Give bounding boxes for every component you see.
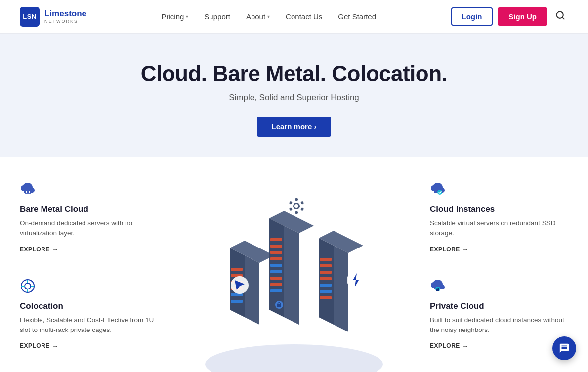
logo-sub: NETWORKS	[44, 19, 86, 24]
svg-rect-28	[270, 283, 282, 286]
logo-text: Limestone NETWORKS	[44, 9, 86, 24]
explore-arrow-icon-3: →	[462, 246, 469, 253]
svg-point-53	[347, 271, 365, 289]
svg-marker-20	[284, 226, 299, 325]
hero-title: Cloud. Bare Metal. Colocation.	[10, 61, 578, 86]
svg-line-1	[562, 17, 564, 19]
svg-marker-33	[319, 238, 334, 325]
svg-rect-16	[231, 293, 243, 296]
features-section: Bare Metal Cloud On-demand dedicated ser…	[0, 157, 588, 372]
cloud-instances-desc: Scalable virtual servers on redundant SS…	[430, 218, 568, 239]
colocation-desc: Flexible, Scalable and Cost-Effective fr…	[20, 315, 158, 335]
logo-name: Limestone	[44, 9, 86, 19]
bare-metal-cloud-desc: On-demand dedicated servers with no virt…	[20, 218, 158, 239]
svg-marker-34	[334, 246, 348, 332]
feature-cloud-instances: Cloud Instances Scalable virtual servers…	[430, 181, 568, 253]
nav-getstarted[interactable]: Get Started	[331, 8, 383, 25]
nav-support[interactable]: Support	[197, 8, 237, 25]
explore-arrow-icon-4: →	[462, 342, 469, 350]
feature-bare-metal-cloud: Bare Metal Cloud On-demand dedicated ser…	[20, 181, 158, 253]
svg-rect-12	[231, 268, 243, 271]
nav-about[interactable]: About ▾	[239, 8, 277, 25]
server-image	[190, 181, 398, 372]
features-right: Cloud Instances Scalable virtual servers…	[430, 181, 568, 372]
navbar: LSN Limestone NETWORKS Pricing ▾ Support…	[0, 0, 588, 34]
feature-colocation: Colocation Flexible, Scalable and Cost-E…	[20, 278, 158, 350]
svg-rect-26	[270, 270, 282, 273]
bare-metal-cloud-title: Bare Metal Cloud	[20, 205, 158, 214]
svg-rect-22	[270, 245, 282, 248]
search-icon	[555, 10, 565, 20]
cloud-instances-title: Cloud Instances	[430, 205, 568, 214]
about-chevron-icon: ▾	[267, 14, 270, 19]
private-cloud-desc: Built to suit dedicated cloud instances …	[430, 315, 568, 335]
svg-rect-39	[320, 284, 332, 287]
nav-links: Pricing ▾ Support About ▾ Contact Us Get…	[155, 8, 383, 25]
explore-arrow-icon-2: →	[52, 342, 59, 350]
feature-private-cloud: Private Cloud Built to suit dedicated cl…	[430, 278, 568, 350]
svg-rect-17	[231, 300, 243, 303]
svg-rect-48	[295, 211, 298, 214]
login-button[interactable]: Login	[451, 7, 493, 26]
explore-arrow-icon: →	[52, 246, 59, 253]
svg-rect-35	[320, 258, 332, 261]
server-illustration	[173, 181, 415, 372]
signup-button[interactable]: Sign Up	[498, 7, 547, 26]
learn-more-button[interactable]: Learn more ›	[257, 117, 332, 137]
bare-metal-cloud-icon	[20, 181, 158, 201]
nav-contact[interactable]: Contact Us	[279, 8, 329, 25]
hero-subtitle: Simple, Solid and Superior Hosting	[10, 93, 578, 103]
svg-rect-29	[270, 289, 282, 292]
logo-icon: LSN	[20, 7, 40, 27]
private-cloud-icon	[430, 278, 568, 297]
svg-rect-21	[270, 238, 282, 241]
logo-link[interactable]: LSN Limestone NETWORKS	[20, 7, 86, 27]
colocation-icon	[20, 278, 158, 297]
chat-icon	[559, 343, 570, 354]
svg-rect-57	[436, 289, 439, 291]
svg-rect-27	[270, 277, 282, 280]
nav-actions: Login Sign Up	[451, 7, 569, 26]
svg-point-55	[437, 190, 442, 195]
svg-rect-24	[270, 257, 282, 260]
hero-section: Cloud. Bare Metal. Colocation. Simple, S…	[0, 34, 588, 157]
svg-rect-23	[270, 251, 282, 254]
chat-widget[interactable]	[552, 336, 576, 360]
svg-rect-25	[270, 264, 282, 267]
nav-pricing[interactable]: Pricing ▾	[155, 8, 196, 25]
colocation-title: Colocation	[20, 301, 158, 311]
svg-point-44	[294, 204, 298, 208]
svg-rect-36	[320, 264, 332, 267]
svg-rect-45	[295, 198, 298, 201]
pricing-chevron-icon: ▾	[186, 14, 188, 19]
private-cloud-explore[interactable]: EXPLORE →	[430, 342, 468, 350]
svg-point-8	[205, 344, 383, 372]
svg-rect-31	[277, 304, 281, 307]
svg-rect-41	[320, 296, 332, 299]
svg-rect-38	[320, 277, 332, 280]
search-button[interactable]	[552, 7, 568, 26]
features-left: Bare Metal Cloud On-demand dedicated ser…	[20, 181, 158, 350]
colocation-explore[interactable]: EXPLORE →	[20, 342, 58, 350]
bare-metal-cloud-explore[interactable]: EXPLORE →	[20, 246, 58, 253]
svg-point-3	[25, 283, 31, 289]
svg-rect-37	[320, 271, 332, 274]
cloud-instances-explore[interactable]: EXPLORE →	[430, 246, 468, 253]
private-cloud-title: Private Cloud	[430, 301, 568, 311]
svg-rect-40	[320, 290, 332, 293]
cloud-instances-icon	[430, 181, 568, 201]
